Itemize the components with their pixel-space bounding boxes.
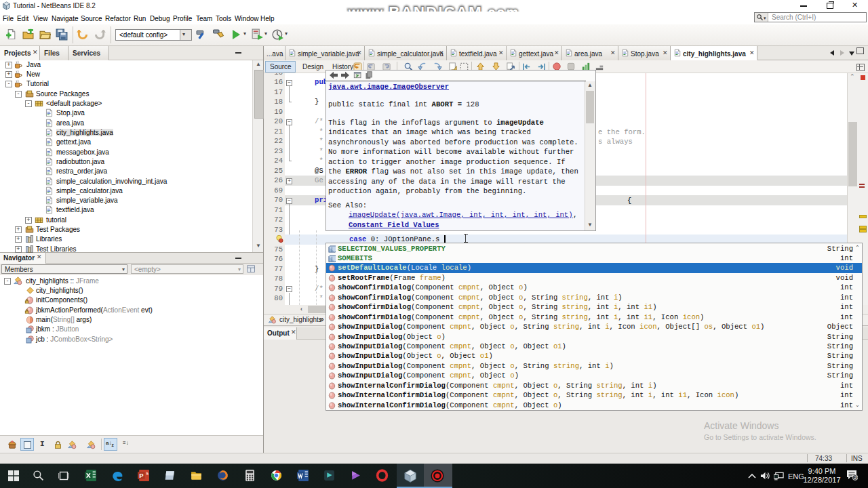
svg-text:2: 2 bbox=[854, 474, 856, 481]
svg-text:P: P bbox=[139, 472, 144, 479]
